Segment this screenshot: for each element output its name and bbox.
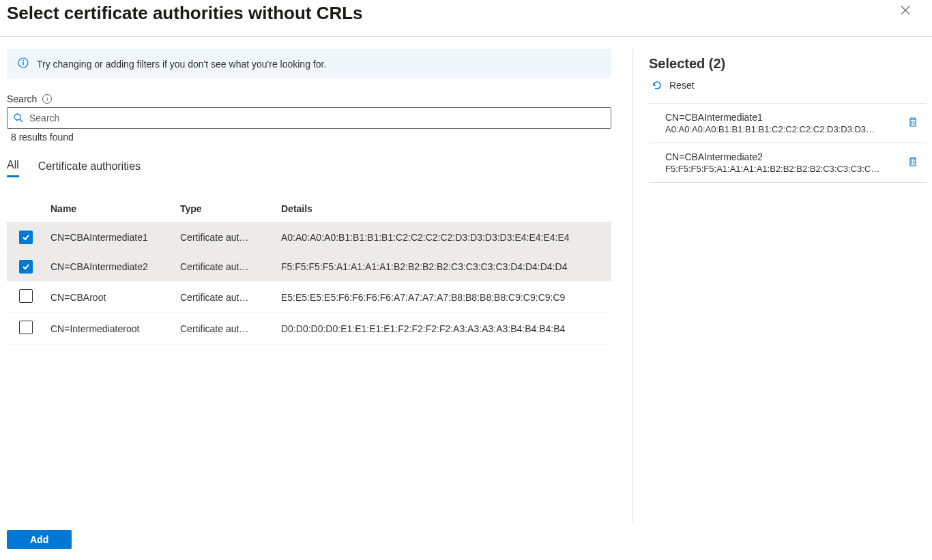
add-button[interactable]: Add bbox=[7, 530, 72, 549]
svg-point-1 bbox=[23, 60, 24, 61]
row-checkbox[interactable] bbox=[19, 321, 33, 334]
selected-item-name: CN=CBAIntermediate2 bbox=[665, 151, 897, 162]
row-checkbox[interactable] bbox=[19, 289, 33, 303]
delete-button[interactable] bbox=[905, 114, 921, 132]
search-icon bbox=[13, 113, 24, 123]
info-icon bbox=[18, 57, 29, 70]
results-count: 8 results found bbox=[7, 132, 611, 143]
table-row[interactable]: CN=IntermediaterootCertificate aut…D0:D0… bbox=[7, 313, 611, 344]
row-type: Certificate aut… bbox=[175, 313, 276, 344]
selected-item-detail: A0:A0:A0:A0:B1:B1:B1:B1:C2:C2:C2:C2:D3:D… bbox=[665, 124, 897, 134]
row-name: CN=CBAIntermediate1 bbox=[45, 223, 175, 252]
row-type: Certificate aut… bbox=[175, 223, 276, 252]
column-header-type[interactable]: Type bbox=[175, 195, 276, 223]
row-type: Certificate aut… bbox=[175, 252, 276, 282]
row-name: CN=CBAroot bbox=[45, 282, 175, 313]
table-row[interactable]: CN=CBArootCertificate aut…E5:E5:E5:E5:F6… bbox=[7, 282, 611, 313]
info-banner: Try changing or adding filters if you do… bbox=[7, 49, 611, 78]
selected-item: CN=CBAIntermediate1A0:A0:A0:A0:B1:B1:B1:… bbox=[649, 104, 927, 143]
trash-icon bbox=[907, 156, 918, 167]
ca-table: Name Type Details CN=CBAIntermediate1Cer… bbox=[7, 195, 611, 344]
trash-icon bbox=[907, 117, 918, 128]
table-row[interactable]: CN=CBAIntermediate2Certificate aut…F5:F5… bbox=[7, 252, 611, 282]
row-details: D0:D0:D0:D0:E1:E1:E1:E1:F2:F2:F2:F2:A3:A… bbox=[276, 313, 611, 344]
row-details: E5:E5:E5:E5:F6:F6:F6:F6:A7:A7:A7:A7:B8:B… bbox=[276, 282, 611, 313]
row-name: CN=Intermediateroot bbox=[45, 313, 175, 344]
selected-item-name: CN=CBAIntermediate1 bbox=[665, 112, 897, 123]
selected-item: CN=CBAIntermediate2F5:F5:F5:F5:A1:A1:A1:… bbox=[649, 143, 927, 183]
svg-point-3 bbox=[14, 114, 20, 120]
tab-all[interactable]: All bbox=[7, 159, 19, 177]
undo-icon bbox=[652, 80, 662, 91]
search-label: Search bbox=[7, 93, 37, 104]
svg-line-4 bbox=[20, 119, 23, 122]
selected-item-detail: F5:F5:F5:F5:A1:A1:A1:A1:B2:B2:B2:B2:C3:C… bbox=[665, 164, 897, 174]
close-button[interactable] bbox=[897, 3, 914, 20]
divider bbox=[0, 36, 932, 37]
close-icon bbox=[901, 5, 910, 15]
tab-certificate-authorities[interactable]: Certificate authorities bbox=[38, 159, 141, 177]
column-header-name[interactable]: Name bbox=[45, 195, 175, 223]
search-box[interactable] bbox=[7, 107, 611, 129]
row-checkbox[interactable] bbox=[19, 231, 33, 244]
delete-button[interactable] bbox=[905, 153, 921, 172]
row-name: CN=CBAIntermediate2 bbox=[45, 252, 175, 282]
reset-button[interactable]: Reset bbox=[649, 78, 697, 96]
reset-label: Reset bbox=[669, 80, 695, 91]
page-title: Select certificate authorities without C… bbox=[7, 3, 363, 24]
help-icon[interactable]: i bbox=[42, 94, 52, 104]
selected-title: Selected (2) bbox=[649, 56, 927, 72]
row-details: A0:A0:A0:A0:B1:B1:B1:B1:C2:C2:C2:C2:D3:D… bbox=[276, 223, 611, 252]
column-header-details[interactable]: Details bbox=[276, 195, 611, 223]
info-banner-text: Try changing or adding filters if you do… bbox=[37, 59, 326, 70]
table-row[interactable]: CN=CBAIntermediate1Certificate aut…A0:A0… bbox=[7, 223, 611, 252]
search-input[interactable] bbox=[29, 113, 605, 123]
row-type: Certificate aut… bbox=[175, 282, 276, 313]
svg-rect-2 bbox=[23, 62, 23, 65]
row-details: F5:F5:F5:F5:A1:A1:A1:A1:B2:B2:B2:B2:C3:C… bbox=[276, 252, 611, 282]
row-checkbox[interactable] bbox=[19, 260, 33, 274]
